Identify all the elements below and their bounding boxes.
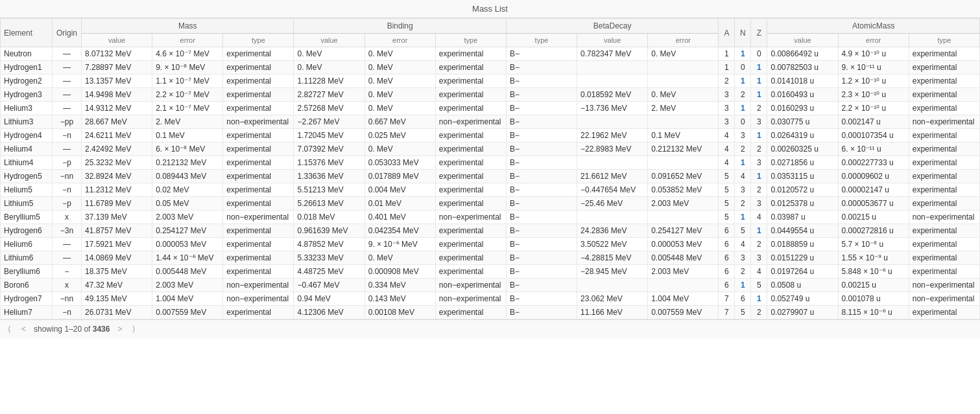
cell-binding-value: 0.94 MeV (294, 292, 365, 306)
cell-a: 2 (719, 75, 735, 88)
cell-betadecay-error: 0.005448 MeV (648, 251, 719, 265)
cell-atomic-error: 8.115 × 10⁻⁶ u (838, 306, 909, 319)
cell-binding-value: −2.267 MeV (294, 115, 365, 129)
cell-betadecay-type: B− (506, 47, 577, 61)
cell-element: Boron6 (1, 279, 53, 292)
cell-binding-type: experimental (435, 251, 506, 265)
cell-binding-error: 0.401 MeV (365, 211, 435, 224)
cell-element: Beryllium6 (1, 265, 53, 279)
cell-mass-error: 4.6 × 10⁻⁷ MeV (152, 47, 223, 61)
cell-betadecay-value: −28.945 MeV (577, 265, 648, 279)
cell-origin: x (53, 279, 82, 292)
nav-next-button[interactable]: > (115, 323, 125, 335)
cell-mass-value: 14.9312 MeV (82, 102, 152, 115)
cell-betadecay-error (648, 211, 719, 224)
cell-mass-type: non−experimental (223, 279, 294, 292)
cell-atomic-type: experimental (909, 183, 979, 197)
nav-last-button[interactable]: ⟩ (130, 323, 138, 335)
mass-type-header: type (223, 34, 294, 47)
cell-betadecay-value: 23.062 MeV (577, 292, 648, 306)
table-row: Hydrogen2 — 13.1357 MeV 1.1 × 10⁻⁷ MeV e… (1, 75, 980, 88)
cell-atomic-value: 0.0125378 u (767, 197, 838, 211)
cell-atomic-value: 0.00782503 u (767, 61, 838, 75)
cell-a: 5 (719, 197, 735, 211)
cell-origin: — (53, 143, 82, 156)
cell-n: 2 (735, 265, 751, 279)
cell-betadecay-error: 0.212132 MeV (648, 143, 719, 156)
cell-binding-value: 1.11228 MeV (294, 75, 365, 88)
cell-binding-value: 0. MeV (294, 61, 365, 75)
cell-atomic-type: experimental (909, 238, 979, 251)
cell-binding-error: 9. × 10⁻⁶ MeV (365, 238, 435, 251)
table-row: Helium5 −n 11.2312 MeV 0.02 MeV experime… (1, 183, 980, 197)
nav-first-button[interactable]: ⟨ (5, 323, 14, 335)
cell-a: 6 (719, 279, 735, 292)
cell-binding-type: experimental (435, 306, 506, 319)
nav-prev-button[interactable]: < (19, 323, 29, 335)
cell-betadecay-error: 2. MeV (648, 102, 719, 115)
betadecay-group-header: BetaDecay (506, 19, 718, 34)
cell-mass-type: experimental (223, 47, 294, 61)
cell-atomic-type: experimental (909, 47, 979, 61)
cell-z: 2 (751, 306, 767, 319)
cell-betadecay-value (577, 279, 648, 292)
cell-betadecay-value: 11.166 MeV (577, 306, 648, 319)
cell-binding-type: experimental (435, 47, 506, 61)
table-row: Hydrogen4 −n 24.6211 MeV 0.1 MeV experim… (1, 129, 980, 143)
table-row: Helium7 −n 26.0731 MeV 0.007559 MeV expe… (1, 306, 980, 319)
cell-binding-value: 2.57268 MeV (294, 102, 365, 115)
cell-mass-value: 49.135 MeV (82, 292, 152, 306)
cell-z: 4 (751, 265, 767, 279)
cell-origin: −n (53, 306, 82, 319)
cell-z: 1 (751, 88, 767, 102)
cell-atomic-value: 0.0160493 u (767, 88, 838, 102)
cell-mass-value: 14.0869 MeV (82, 251, 152, 265)
cell-atomic-error: 9. × 10⁻¹¹ u (838, 61, 909, 75)
cell-atomic-error: 0.00215 u (838, 211, 909, 224)
cell-z: 1 (751, 224, 767, 238)
cell-z: 3 (751, 115, 767, 129)
table-row: Helium3 — 14.9312 MeV 2.1 × 10⁻⁷ MeV exp… (1, 102, 980, 115)
cell-atomic-error: 6. × 10⁻¹¹ u (838, 143, 909, 156)
cell-betadecay-value (577, 211, 648, 224)
cell-betadecay-value: −13.736 MeV (577, 102, 648, 115)
cell-atomic-value: 0.030775 u (767, 115, 838, 129)
cell-z: 2 (751, 143, 767, 156)
cell-binding-error: 0. MeV (365, 251, 435, 265)
cell-binding-value: 0.961639 MeV (294, 224, 365, 238)
cell-mass-type: experimental (223, 251, 294, 265)
a-col-header: A (719, 19, 735, 47)
cell-mass-value: 13.1357 MeV (82, 75, 152, 88)
cell-binding-error: 0.143 MeV (365, 292, 435, 306)
table-row: Lithium5 −p 11.6789 MeV 0.05 MeV experim… (1, 197, 980, 211)
cell-a: 6 (719, 224, 735, 238)
cell-atomic-error: 0.000272816 u (838, 224, 909, 238)
cell-mass-value: 7.28897 MeV (82, 61, 152, 75)
cell-mass-type: experimental (223, 88, 294, 102)
cell-mass-type: experimental (223, 238, 294, 251)
cell-binding-value: 1.33636 MeV (294, 170, 365, 183)
cell-z: 2 (751, 183, 767, 197)
cell-betadecay-value (577, 61, 648, 75)
cell-element: Hydrogen4 (1, 129, 53, 143)
table-row: Helium6 — 17.5921 MeV 0.000053 MeV exper… (1, 238, 980, 251)
cell-betadecay-error: 0.1 MeV (648, 129, 719, 143)
cell-mass-value: 41.8757 MeV (82, 224, 152, 238)
cell-binding-type: experimental (435, 102, 506, 115)
cell-binding-value: 4.12306 MeV (294, 306, 365, 319)
cell-binding-error: 0.667 MeV (365, 115, 435, 129)
cell-atomic-error: 0.001078 u (838, 292, 909, 306)
cell-n: 1 (735, 75, 751, 88)
cell-mass-value: 2.42492 MeV (82, 143, 152, 156)
cell-atomic-error: 4.9 × 10⁻¹⁰ u (838, 47, 909, 61)
cell-atomic-value: 0.03987 u (767, 211, 838, 224)
cell-mass-type: experimental (223, 61, 294, 75)
cell-betadecay-value (577, 75, 648, 88)
table-row: Hydrogen1 — 7.28897 MeV 9. × 10⁻⁸ MeV ex… (1, 61, 980, 75)
binding-error-header: error (365, 34, 435, 47)
mass-value-header: value (82, 34, 152, 47)
cell-betadecay-value: 0.018592 MeV (577, 88, 648, 102)
cell-n: 1 (735, 47, 751, 61)
cell-atomic-type: non−experimental (909, 292, 979, 306)
cell-n: 1 (735, 102, 751, 115)
